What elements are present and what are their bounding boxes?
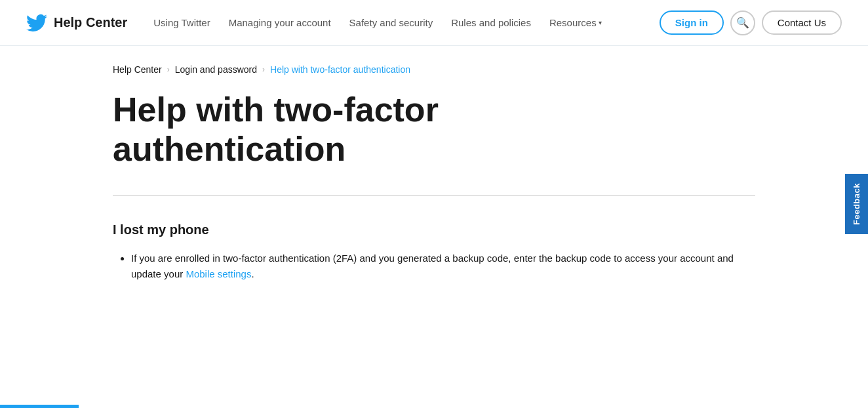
contact-us-button[interactable]: Contact Us bbox=[762, 10, 842, 35]
content-divider bbox=[113, 195, 755, 196]
main-content: Help Center › Login and password › Help … bbox=[87, 46, 781, 282]
mobile-settings-link[interactable]: Mobile settings bbox=[186, 268, 251, 279]
nav-managing-account[interactable]: Managing your account bbox=[229, 17, 331, 28]
period: . bbox=[251, 268, 254, 279]
breadcrumb-help-center[interactable]: Help Center bbox=[113, 64, 162, 75]
breadcrumb-sep-1: › bbox=[167, 65, 170, 74]
breadcrumb: Help Center › Login and password › Help … bbox=[113, 46, 755, 91]
lost-phone-section: I lost my phone If you are enrolled in t… bbox=[113, 222, 755, 282]
nav-using-twitter[interactable]: Using Twitter bbox=[153, 17, 210, 28]
chevron-down-icon: ▾ bbox=[599, 19, 602, 26]
nav-resources[interactable]: Resources ▾ bbox=[549, 17, 602, 28]
nav-rules-policies[interactable]: Rules and policies bbox=[451, 17, 531, 28]
header-actions: Sign in 🔍 Contact Us bbox=[660, 10, 842, 35]
breadcrumb-sep-2: › bbox=[262, 65, 265, 74]
logo-text: Help Center bbox=[54, 15, 127, 30]
search-button[interactable]: 🔍 bbox=[730, 10, 755, 35]
twitter-logo-icon bbox=[26, 12, 47, 33]
list-item: If you are enrolled in two-factor authen… bbox=[131, 251, 755, 282]
nav-safety-security[interactable]: Safety and security bbox=[349, 17, 433, 28]
section-heading: I lost my phone bbox=[113, 222, 755, 237]
breadcrumb-current: Help with two-factor authentication bbox=[270, 64, 410, 75]
main-nav: Using Twitter Managing your account Safe… bbox=[153, 17, 660, 28]
sign-in-button[interactable]: Sign in bbox=[660, 10, 724, 35]
page-title: Help with two-factor authentication bbox=[113, 91, 624, 169]
site-header: Help Center Using Twitter Managing your … bbox=[0, 0, 868, 46]
breadcrumb-login-password[interactable]: Login and password bbox=[175, 64, 257, 75]
feedback-button[interactable]: Feedback bbox=[845, 174, 868, 234]
logo-link[interactable]: Help Center bbox=[26, 12, 127, 33]
bullet-list: If you are enrolled in two-factor authen… bbox=[113, 251, 755, 282]
search-icon: 🔍 bbox=[736, 16, 749, 29]
